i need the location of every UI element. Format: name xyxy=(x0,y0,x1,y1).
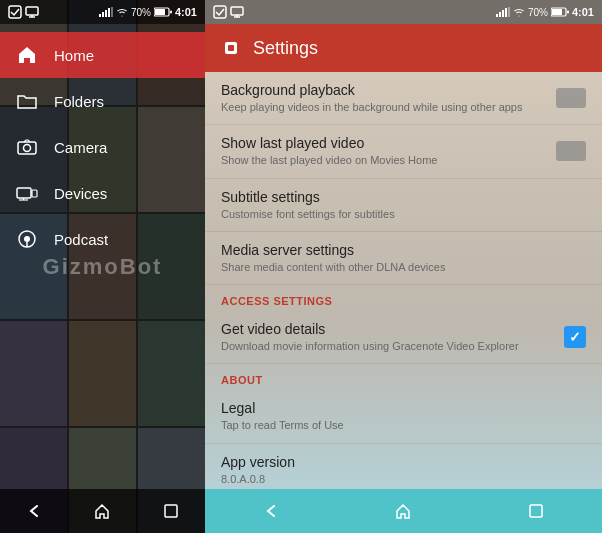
nav-item-folders[interactable]: Folders xyxy=(0,78,205,124)
nav-item-home[interactable]: Home xyxy=(0,32,205,78)
battery-text-left: 70% xyxy=(131,7,151,18)
setting-background-playback-sub: Keep playing videos in the background wh… xyxy=(221,100,544,114)
setting-legal[interactable]: Legal Tap to read Terms of Use xyxy=(205,390,602,443)
svg-rect-0 xyxy=(9,6,21,18)
bottom-nav-right xyxy=(205,489,602,533)
nav-item-podcast[interactable]: Podcast xyxy=(0,216,205,262)
svg-rect-32 xyxy=(552,9,562,15)
left-panel: 70% 4:01 Home F xyxy=(0,0,205,533)
setting-media-server[interactable]: Media server settings Share media conten… xyxy=(205,232,602,285)
setting-get-video-details[interactable]: Get video details Download movie informa… xyxy=(205,311,602,364)
svg-rect-1 xyxy=(26,7,38,15)
svg-rect-11 xyxy=(170,11,172,14)
setting-get-video-details-title: Get video details xyxy=(221,321,552,337)
recents-button-left[interactable] xyxy=(156,496,186,526)
nav-menu: Home Folders Camera xyxy=(0,24,205,489)
setting-subtitle-text: Subtitle settings Customise font setting… xyxy=(221,189,586,221)
svg-rect-10 xyxy=(155,9,165,15)
podcast-icon xyxy=(16,228,38,250)
back-button-right[interactable] xyxy=(256,496,286,526)
setting-media-server-text: Media server settings Share media conten… xyxy=(221,242,586,274)
setting-show-last-played-sub: Show the last played video on Movies Hom… xyxy=(221,153,544,167)
right-panel: 70% 4:01 Settings Background playback Ke… xyxy=(205,0,602,533)
devices-icon xyxy=(16,182,38,204)
setting-app-version-title: App version xyxy=(221,454,574,470)
setting-subtitle-title: Subtitle settings xyxy=(221,189,574,205)
battery-icon-left xyxy=(154,7,172,17)
svg-rect-26 xyxy=(496,14,498,17)
recents-button-right[interactable] xyxy=(521,496,551,526)
access-settings-label: ACCESS SETTINGS xyxy=(205,285,602,311)
svg-point-13 xyxy=(24,145,31,152)
nav-item-devices[interactable]: Devices xyxy=(0,170,205,216)
svg-rect-5 xyxy=(102,12,104,17)
nav-label-devices: Devices xyxy=(54,185,107,202)
setting-get-video-details-sub: Download movie information using Graceno… xyxy=(221,339,552,353)
signal-icon-right xyxy=(496,7,510,17)
svg-point-19 xyxy=(24,236,30,242)
svg-rect-22 xyxy=(214,6,226,18)
setting-get-video-details-text: Get video details Download movie informa… xyxy=(221,321,564,353)
svg-rect-28 xyxy=(502,10,504,17)
setting-background-playback-title: Background playback xyxy=(221,82,544,98)
nav-item-camera[interactable]: Camera xyxy=(0,124,205,170)
svg-rect-33 xyxy=(567,11,569,14)
svg-rect-8 xyxy=(111,7,113,17)
settings-header: Settings xyxy=(205,24,602,72)
setting-background-playback[interactable]: Background playback Keep playing videos … xyxy=(205,72,602,125)
screen-icon xyxy=(25,5,39,19)
about-label: ABOUT xyxy=(205,364,602,390)
svg-rect-4 xyxy=(99,14,101,17)
status-icons-right xyxy=(213,5,244,19)
screen-icon-right xyxy=(230,5,244,19)
svg-rect-7 xyxy=(108,8,110,17)
svg-rect-27 xyxy=(499,12,501,17)
setting-subtitle[interactable]: Subtitle settings Customise font setting… xyxy=(205,179,602,232)
setting-legal-sub: Tap to read Terms of Use xyxy=(221,418,574,432)
svg-rect-14 xyxy=(17,188,31,198)
svg-rect-21 xyxy=(165,505,177,517)
settings-content[interactable]: Background playback Keep playing videos … xyxy=(205,72,602,489)
setting-subtitle-sub: Customise font settings for subtitles xyxy=(221,207,574,221)
svg-rect-23 xyxy=(231,7,243,15)
setting-media-server-title: Media server settings xyxy=(221,242,574,258)
setting-app-version[interactable]: App version 8.0.A.0.8 xyxy=(205,444,602,489)
background-playback-toggle[interactable] xyxy=(556,88,586,108)
checkmark-icon: ✓ xyxy=(569,329,581,345)
wifi-icon-right xyxy=(513,7,525,17)
bottom-nav-left xyxy=(0,489,205,533)
battery-text-right: 70% xyxy=(528,7,548,18)
setting-app-version-sub: 8.0.A.0.8 xyxy=(221,472,574,486)
setting-background-playback-text: Background playback Keep playing videos … xyxy=(221,82,556,114)
setting-show-last-played-title: Show last played video xyxy=(221,135,544,151)
status-bar-left: 70% 4:01 xyxy=(0,0,205,24)
svg-rect-6 xyxy=(105,10,107,17)
home-button-right[interactable] xyxy=(388,496,418,526)
settings-icon xyxy=(221,38,241,58)
svg-rect-30 xyxy=(508,7,510,17)
setting-media-server-sub: Share media content with other DLNA devi… xyxy=(221,260,574,274)
setting-show-last-played[interactable]: Show last played video Show the last pla… xyxy=(205,125,602,178)
get-video-details-toggle[interactable]: ✓ xyxy=(564,326,586,348)
nav-label-podcast: Podcast xyxy=(54,231,108,248)
folder-icon xyxy=(16,90,38,112)
setting-legal-title: Legal xyxy=(221,400,574,416)
nav-label-folders: Folders xyxy=(54,93,104,110)
nav-label-home: Home xyxy=(54,47,94,64)
svg-rect-29 xyxy=(505,8,507,17)
battery-icon-right xyxy=(551,7,569,17)
checkbox-icon-right xyxy=(213,5,227,19)
time-left: 4:01 xyxy=(175,6,197,18)
svg-rect-36 xyxy=(530,505,542,517)
home-button-left[interactable] xyxy=(87,496,117,526)
checkbox-icon xyxy=(8,5,22,19)
settings-title: Settings xyxy=(253,38,318,59)
show-last-played-toggle[interactable] xyxy=(556,141,586,161)
signal-icon-left xyxy=(99,7,113,17)
camera-icon xyxy=(16,136,38,158)
time-right: 4:01 xyxy=(572,6,594,18)
setting-show-last-played-text: Show last played video Show the last pla… xyxy=(221,135,556,167)
home-icon xyxy=(16,44,38,66)
status-icons-left xyxy=(8,5,39,19)
back-button-left[interactable] xyxy=(19,496,49,526)
